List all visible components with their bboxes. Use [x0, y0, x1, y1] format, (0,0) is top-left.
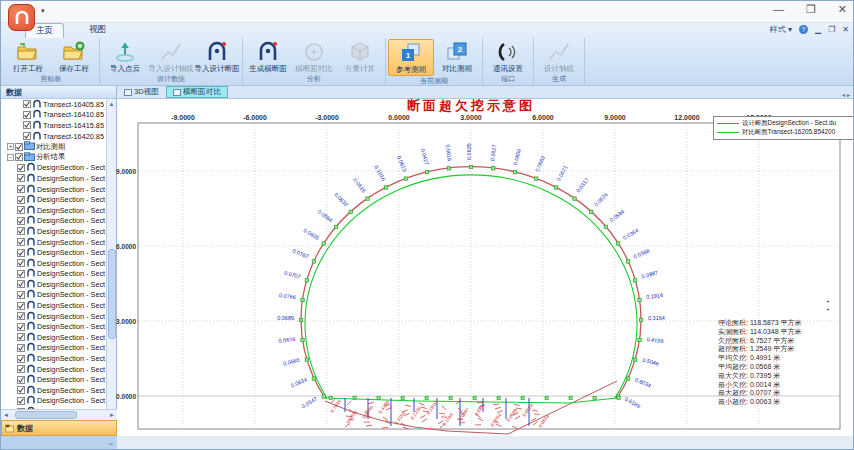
- design-section-icon: [26, 226, 36, 237]
- checkbox-icon[interactable]: [15, 143, 23, 151]
- ribbon-button-layer-2[interactable]: 2对比测期: [434, 39, 480, 76]
- svg-text:9.0000: 9.0000: [604, 114, 626, 121]
- tree-item-transect[interactable]: Transect-16410.85: [1, 110, 107, 121]
- checkbox-icon[interactable]: [17, 217, 25, 225]
- tree-item-design-section[interactable]: DesignSection - Sect: [1, 290, 107, 301]
- tree-item-design-section[interactable]: DesignSection - Sect: [1, 364, 107, 375]
- checkbox-icon[interactable]: [17, 344, 25, 352]
- scroll-right-icon[interactable]: ►: [107, 410, 117, 420]
- checkbox-icon[interactable]: [17, 302, 25, 310]
- checkbox-icon[interactable]: [17, 164, 25, 172]
- tree-item-design-section[interactable]: DesignSection - Sect: [1, 258, 107, 269]
- checkbox-icon[interactable]: [17, 196, 25, 204]
- tree-item-transect[interactable]: Transect-16405.85: [1, 99, 107, 110]
- tree-item-design-section[interactable]: DesignSection - Sect: [1, 269, 107, 280]
- tree-item-design-section[interactable]: DesignSection - Sect: [1, 332, 107, 343]
- checkbox-icon[interactable]: [17, 259, 25, 267]
- tree-folder-compare-epoch[interactable]: +对比测期: [1, 141, 107, 152]
- window-close-button[interactable]: ✕: [838, 3, 847, 16]
- window-minimize-button[interactable]: —: [773, 3, 784, 16]
- window-restore-button[interactable]: ❐: [806, 3, 816, 16]
- ribbon-button-tunnel-section[interactable]: 生成横断面: [245, 39, 291, 74]
- tree-vscroll-thumb[interactable]: [108, 249, 116, 339]
- checkbox-icon[interactable]: [23, 121, 31, 129]
- data-tab-label: 数据: [17, 423, 33, 434]
- checkbox-icon[interactable]: [17, 376, 25, 384]
- tree-item-design-section[interactable]: DesignSection - Sect: [1, 194, 107, 205]
- tree-horizontal-scrollbar[interactable]: ◄ ►: [1, 409, 117, 420]
- checkbox-icon[interactable]: [17, 291, 25, 299]
- ribbon-minimize-button[interactable]: ▁: [815, 25, 821, 34]
- checkbox-icon[interactable]: [17, 174, 25, 182]
- tree-expander-icon[interactable]: −: [7, 154, 14, 161]
- ribbon-tab-strip: 主页视图: [1, 23, 853, 38]
- tree-item-design-section[interactable]: DesignSection - Sect: [1, 396, 107, 407]
- ribbon-button-save-folder[interactable]: 保存工程: [51, 39, 97, 74]
- ribbon-tab-2[interactable]: 视图: [79, 23, 116, 38]
- tree-item-design-section[interactable]: DesignSection - Sect: [1, 311, 107, 322]
- panel-bottom-tab-data[interactable]: 数据: [1, 420, 117, 436]
- checkbox-icon[interactable]: [17, 355, 25, 363]
- tree-item-design-section[interactable]: DesignSection - Sect: [1, 279, 107, 290]
- tree-item-design-section[interactable]: DesignSection - Sect: [1, 321, 107, 332]
- tree-expander-icon[interactable]: +: [7, 143, 14, 150]
- checkbox-icon[interactable]: [23, 111, 31, 119]
- tab-scroll-left-icon[interactable]: ◂: [842, 91, 845, 98]
- checkbox-icon[interactable]: [17, 238, 25, 246]
- checkbox-icon[interactable]: [17, 249, 25, 257]
- checkbox-icon[interactable]: [17, 365, 25, 373]
- tree-item-design-section[interactable]: DesignSection - Sect: [1, 216, 107, 227]
- app-logo-icon[interactable]: [8, 4, 35, 31]
- tree-hscroll-thumb[interactable]: [15, 411, 77, 419]
- checkbox-icon[interactable]: [17, 227, 25, 235]
- ribbon-button-open-folder[interactable]: 打开工程: [5, 39, 51, 74]
- tree-item-design-section[interactable]: DesignSection - Sect: [1, 173, 107, 184]
- checkbox-icon[interactable]: [17, 386, 25, 394]
- doc-tab-2[interactable]: 横断面对比: [166, 86, 228, 98]
- ribbon-button-label: 参考测期: [396, 65, 426, 75]
- checkbox-icon[interactable]: [23, 132, 31, 140]
- resize-grip-icon[interactable]: ▪▪: [109, 441, 113, 447]
- tab-scroll-right-icon[interactable]: ▸: [847, 91, 850, 98]
- tree-item-transect[interactable]: Transect-16415.85: [1, 120, 107, 131]
- checkbox-icon[interactable]: [15, 153, 23, 161]
- ribbon-button-phone[interactable]: 通讯设置: [485, 39, 531, 74]
- tree-vertical-scrollbar[interactable]: ▲: [106, 99, 116, 409]
- tree-item-design-section[interactable]: DesignSection - Sect: [1, 300, 107, 311]
- svg-text:0.0707: 0.0707: [283, 269, 301, 279]
- tree-folder-analysis-results[interactable]: −分析结果: [1, 152, 107, 163]
- ribbon-button-tunnel-section[interactable]: 导入设计断面: [194, 39, 240, 74]
- checkbox-icon[interactable]: [17, 270, 25, 278]
- quick-access-caret-icon[interactable]: ▾: [41, 7, 45, 15]
- checkbox-icon[interactable]: [17, 397, 25, 405]
- ribbon-button-layer-1[interactable]: 1参考测期: [388, 39, 434, 76]
- ribbon-restore-button[interactable]: ❐: [828, 25, 835, 34]
- scroll-up-icon[interactable]: ▲: [107, 99, 116, 109]
- tree-item-design-section[interactable]: DesignSection - Sect: [1, 237, 107, 248]
- checkbox-icon[interactable]: [17, 185, 25, 193]
- style-menu[interactable]: 样式 ▾: [770, 24, 792, 35]
- tree-item-design-section[interactable]: DesignSection - Sect: [1, 226, 107, 237]
- checkbox-icon[interactable]: [17, 323, 25, 331]
- tree-item-design-section[interactable]: DesignSection - Sect: [1, 247, 107, 258]
- tree-item-design-section[interactable]: DesignSection - Sect: [1, 205, 107, 216]
- ribbon-close-button[interactable]: ✕: [842, 25, 849, 34]
- checkbox-icon[interactable]: [17, 280, 25, 288]
- svg-text:0.4198: 0.4198: [378, 399, 391, 414]
- tree-item-design-section[interactable]: DesignSection - Sect: [1, 343, 107, 354]
- checkbox-icon[interactable]: [17, 333, 25, 341]
- tree-item-design-section[interactable]: DesignSection - Sect: [1, 184, 107, 195]
- tree-item-design-section[interactable]: DesignSection - Sect: [1, 353, 107, 364]
- checkbox-icon[interactable]: [17, 312, 25, 320]
- checkbox-icon[interactable]: [23, 100, 31, 108]
- doc-tab-1[interactable]: 3D视图: [117, 86, 166, 98]
- checkbox-icon[interactable]: [17, 206, 25, 214]
- tree-item-design-section[interactable]: DesignSection - Sect: [1, 163, 107, 174]
- help-icon[interactable]: ?: [799, 25, 808, 34]
- ribbon-button-label: 通讯设置: [493, 64, 523, 74]
- tree-item-transect[interactable]: Transect-16420.85: [1, 131, 107, 142]
- scroll-left-icon[interactable]: ◄: [1, 410, 11, 420]
- ribbon-button-point-cloud[interactable]: 导入点云: [102, 39, 148, 74]
- tree-item-design-section[interactable]: DesignSection - Sect: [1, 374, 107, 385]
- tree-item-design-section[interactable]: DesignSection - Sect: [1, 385, 107, 396]
